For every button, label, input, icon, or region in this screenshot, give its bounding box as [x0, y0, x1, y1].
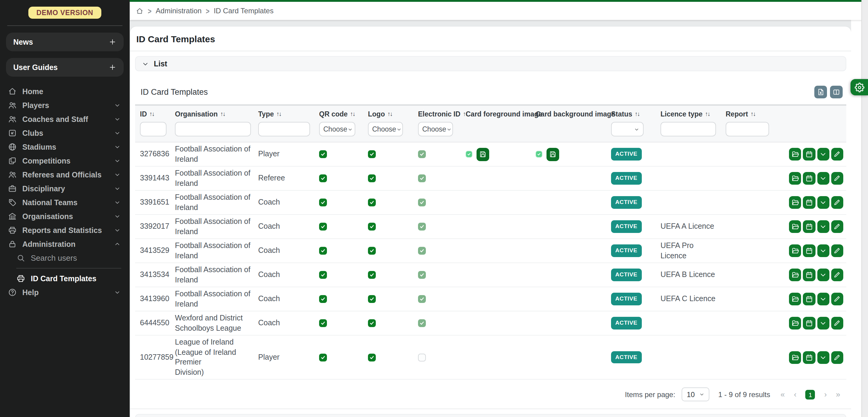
cell-qr-code: [314, 271, 363, 279]
sort-organisation-toggle[interactable]: ↑↓: [220, 111, 225, 117]
edit-button[interactable]: [831, 293, 843, 305]
expand-button[interactable]: [817, 293, 829, 305]
sort-id-toggle[interactable]: ↑↓: [149, 111, 154, 117]
sidebar-item-players[interactable]: Players: [0, 98, 130, 112]
qr-code-checkbox-checked: [319, 353, 327, 361]
edit-button[interactable]: [831, 317, 843, 329]
sidebar-item-referees-and-officials[interactable]: Referees and Officials: [0, 168, 130, 182]
breadcrumb-id-card-templates[interactable]: ID Card Templates: [214, 7, 274, 15]
sidebar-item-administration[interactable]: Administration: [0, 237, 130, 251]
sort-report-toggle[interactable]: ↑↓: [750, 111, 755, 117]
open-template-button[interactable]: [789, 148, 801, 160]
validity-button[interactable]: [803, 293, 815, 305]
open-template-button[interactable]: [789, 220, 801, 233]
validity-button[interactable]: [803, 244, 815, 257]
filter-qr-select[interactable]: Choose: [319, 122, 355, 137]
edit-button[interactable]: [831, 172, 843, 185]
sidebar-item-competitions[interactable]: Competitions: [0, 154, 130, 168]
sidebar-item-disciplinary[interactable]: Disciplinary: [0, 182, 130, 196]
save-icon: [479, 150, 487, 158]
validity-button[interactable]: [803, 269, 815, 281]
home-icon[interactable]: [136, 7, 144, 15]
validity-button[interactable]: [803, 220, 815, 233]
first-page-button[interactable]: «: [780, 390, 785, 398]
export-excel-button[interactable]: [814, 86, 827, 98]
sidebar-item-organisations[interactable]: Organisations: [0, 209, 130, 223]
background-image-save-button[interactable]: [547, 148, 559, 161]
edit-button[interactable]: [831, 196, 843, 209]
sidebar-card-news[interactable]: News: [6, 33, 124, 51]
open-template-button[interactable]: [789, 244, 801, 257]
sidebar-item-search-users[interactable]: Search users: [0, 251, 130, 265]
sort-logo-toggle[interactable]: ↑↓: [387, 111, 392, 117]
insert-save-panel-header[interactable]: Insert/Save: [135, 414, 846, 417]
list-panel-header[interactable]: List: [135, 56, 846, 71]
edit-button[interactable]: [831, 220, 843, 233]
expand-button[interactable]: [817, 244, 829, 257]
sidebar-item-stadiums[interactable]: Stadiums: [0, 140, 130, 154]
cell-actions: [784, 269, 846, 281]
edit-button[interactable]: [831, 351, 843, 364]
validity-button[interactable]: [803, 172, 815, 185]
open-template-button[interactable]: [789, 172, 801, 185]
page-size-select[interactable]: 10: [682, 387, 709, 401]
current-page-button[interactable]: 1: [806, 390, 815, 399]
breadcrumb-administration[interactable]: Administration: [156, 7, 202, 15]
expand-button[interactable]: [817, 172, 829, 185]
open-template-button[interactable]: [789, 317, 801, 329]
sidebar-item-id-card-templates[interactable]: ID Card Templates: [0, 272, 130, 286]
columns-button[interactable]: [830, 86, 843, 98]
filter-organisation-input[interactable]: [175, 122, 251, 137]
validity-button[interactable]: [803, 317, 815, 329]
expand-button[interactable]: [817, 196, 829, 209]
check-icon: [369, 296, 375, 302]
sidebar-divider: [7, 25, 122, 26]
sidebar-item-coaches-and-staff[interactable]: Coaches and Staff: [0, 112, 130, 126]
edit-button[interactable]: [831, 244, 843, 257]
open-template-button[interactable]: [789, 196, 801, 209]
open-template-button[interactable]: [789, 269, 801, 281]
next-page-button[interactable]: ›: [824, 390, 827, 398]
validity-button[interactable]: [803, 148, 815, 160]
open-template-button[interactable]: [789, 293, 801, 305]
sort-type-toggle[interactable]: ↑↓: [276, 111, 281, 117]
cell-qr-code: [314, 150, 363, 158]
cell-actions: [784, 317, 846, 329]
filter-report-input[interactable]: [726, 122, 769, 137]
sidebar-item-help[interactable]: Help: [0, 286, 130, 299]
foreground-image-checkbox[interactable]: [466, 151, 472, 157]
filter-status-select[interactable]: [611, 122, 644, 137]
sidebar-item-clubs[interactable]: Clubs: [0, 126, 130, 140]
last-page-button[interactable]: »: [836, 390, 840, 398]
sidebar-item-reports-and-statistics[interactable]: Reports and Statistics: [0, 223, 130, 237]
expand-button[interactable]: [817, 351, 829, 364]
open-template-button[interactable]: [789, 351, 801, 364]
edit-button[interactable]: [831, 269, 843, 281]
expand-button[interactable]: [817, 317, 829, 329]
expand-button[interactable]: [817, 148, 829, 160]
globe-icon: [8, 142, 17, 151]
validity-button[interactable]: [803, 196, 815, 209]
background-image-checkbox[interactable]: [536, 151, 542, 157]
sort-qr-toggle[interactable]: ↑↓: [350, 111, 355, 117]
settings-flyout-button[interactable]: [850, 79, 868, 95]
filter-eid-select[interactable]: Choose: [418, 122, 453, 137]
expand-button[interactable]: [817, 220, 829, 233]
cell-organisation: Football Association of Ireland: [170, 192, 253, 212]
sort-licence-toggle[interactable]: ↑↓: [705, 111, 710, 117]
validity-button[interactable]: [803, 351, 815, 364]
filter-type-input[interactable]: [258, 122, 310, 137]
filter-licence-input[interactable]: [660, 122, 716, 137]
sidebar-item-national-teams[interactable]: National Teams: [0, 196, 130, 209]
sidebar-card-user-guides[interactable]: User Guides: [6, 58, 124, 77]
filter-logo-select[interactable]: Choose: [368, 122, 403, 137]
scrollbar[interactable]: [861, 0, 868, 417]
sort-status-toggle[interactable]: ↑↓: [634, 111, 640, 117]
sidebar-item-home[interactable]: Home: [0, 85, 130, 98]
foreground-image-save-button[interactable]: [476, 148, 489, 161]
expand-button[interactable]: [817, 269, 829, 281]
folder-open-icon: [791, 223, 799, 231]
filter-id-input[interactable]: [140, 122, 166, 137]
edit-button[interactable]: [831, 148, 843, 160]
previous-page-button[interactable]: ‹: [794, 390, 797, 398]
